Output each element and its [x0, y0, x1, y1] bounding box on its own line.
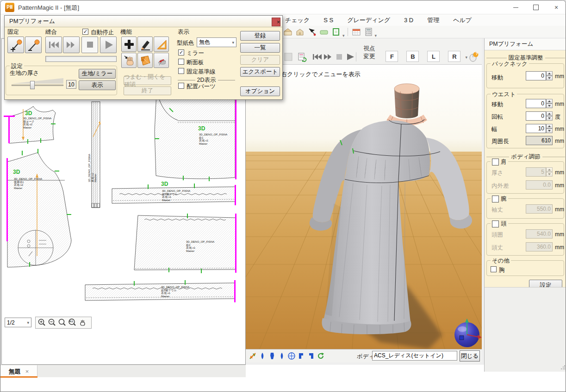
backneck-move-input[interactable]: 0 [526, 71, 546, 80]
memo-refresh-icon[interactable] [297, 51, 308, 62]
panel-left-icon[interactable] [258, 352, 267, 360]
add-tool-button[interactable] [121, 37, 137, 52]
waist-rotate-label: 回転 [491, 113, 503, 121]
pin-add-button[interactable] [7, 37, 24, 53]
body-name-input[interactable] [372, 351, 457, 361]
menu-grading[interactable]: グレーディング [346, 14, 391, 26]
view-front-button[interactable]: F [386, 51, 398, 62]
view-3d-viewport[interactable]: 右クリックでメニューを表示 [246, 65, 482, 349]
pinch-tool-button[interactable] [121, 53, 137, 68]
dialog-title-bar[interactable]: PMプリフォーム × [5, 16, 282, 27]
pan-hand-button[interactable] [77, 318, 87, 328]
shoulder-checkbox[interactable] [492, 159, 499, 165]
skip-back-button[interactable] [311, 51, 323, 62]
export-button[interactable]: エクスポート [240, 67, 280, 77]
pattern-color-select[interactable]: 無色 ▾ [197, 37, 236, 47]
fold-tool-button[interactable] [137, 53, 153, 68]
group-other: その他 胸 [486, 260, 564, 276]
sphere-mesh-icon[interactable] [287, 352, 296, 360]
menu-ss[interactable]: S S [323, 15, 334, 25]
preform-dialog[interactable]: PMプリフォーム × 固定 縫合 ✓ 自動停止 [4, 15, 283, 100]
tab-close-icon[interactable]: × [25, 368, 29, 375]
options-button[interactable]: オプション [240, 86, 280, 96]
menu-help[interactable]: ヘルプ [452, 14, 473, 26]
corner-left-icon[interactable] [297, 352, 305, 360]
backneck-move-spinner[interactable] [546, 71, 553, 80]
zoom-window-button[interactable] [57, 318, 67, 328]
dialog-close-button[interactable]: × [272, 18, 280, 26]
dialog-settings-group: 設定 生地の厚さ 10 生地/ミラー 表示 [6, 66, 117, 95]
waist-rotate-input[interactable]: 0 [526, 111, 546, 121]
home-alt-icon[interactable] [295, 27, 305, 37]
play-button[interactable] [345, 51, 356, 62]
piece-front1-label: 3D_DENO_OP_FISNA前1 表地 x1Master [199, 133, 227, 145]
pattern-color-label: 型紙色 [177, 39, 194, 47]
flag-pen-icon[interactable] [307, 27, 317, 37]
thickness-slider-track[interactable] [12, 85, 63, 86]
fixed-section-label: 固定 [7, 28, 19, 36]
panel-lower-area [485, 287, 566, 372]
sleeve-length-unit: mm [555, 206, 564, 213]
sew-skip-back-button[interactable] [45, 37, 62, 53]
close-button[interactable]: × [546, 0, 566, 14]
fabric-display-button[interactable]: 表示 [79, 80, 116, 90]
chest-checkbox[interactable] [491, 266, 497, 272]
sync-2d3d-icon[interactable] [249, 352, 257, 360]
sew-stop-button[interactable] [81, 37, 98, 53]
menu-kanri[interactable]: 管理 [426, 14, 440, 26]
sew-play-button[interactable] [100, 37, 117, 53]
waist-width-input[interactable]: 10 [526, 124, 546, 133]
waist-move-input[interactable]: 0 [526, 99, 546, 108]
waist-width-spinner[interactable] [546, 124, 553, 133]
zoom-out-button[interactable] [47, 318, 57, 328]
waist-rotate-spinner[interactable] [546, 111, 553, 121]
skip-forward-button[interactable] [323, 51, 334, 62]
register-button[interactable]: 登録 [240, 31, 280, 41]
sew-skip-forward-button[interactable] [63, 37, 80, 53]
fabric-mirror-button[interactable]: 生地/ミラー [79, 69, 116, 79]
menu-3d[interactable]: 3 D [403, 15, 414, 25]
view-right-button[interactable]: R [448, 51, 460, 62]
toolbar-dropdown-icon-2[interactable]: ▾ [375, 33, 377, 38]
fixed-ref-line-checkbox[interactable] [178, 68, 184, 74]
view-back-button[interactable]: B [406, 51, 419, 62]
piece-yoke-3d-tag: 3D [25, 110, 32, 116]
view-left-button[interactable]: L [427, 51, 440, 62]
mannequin-icon[interactable] [268, 352, 276, 360]
page-select[interactable]: 1/2 ▾ [5, 318, 31, 327]
home-icon[interactable] [283, 27, 293, 37]
maximize-button[interactable] [526, 0, 546, 14]
head-checkbox[interactable] [492, 220, 499, 227]
close-3d-button[interactable]: 閉じる [460, 350, 480, 361]
tab-untitled[interactable]: 無題 × [0, 365, 37, 378]
zoom-in-button[interactable] [37, 318, 47, 328]
waist-move-spinner[interactable] [546, 99, 553, 108]
section-plate-checkbox[interactable] [178, 59, 184, 65]
menu-check[interactable]: チェック [284, 14, 311, 26]
list-button[interactable]: 一覧 [240, 43, 280, 53]
shoulder-thickness-unit: mm [555, 169, 564, 176]
toolbar-dropdown-icon[interactable]: ▾ [342, 33, 345, 38]
refresh-icon[interactable] [317, 352, 325, 360]
minimize-button[interactable] [505, 0, 526, 14]
pin-curve-tool-button[interactable] [154, 53, 169, 68]
green-panel-icon[interactable] [319, 27, 329, 37]
placed-parts-checkbox[interactable] [178, 83, 184, 89]
panel-right-icon[interactable] [278, 352, 286, 360]
zoom-all-button[interactable]: ALL [67, 318, 77, 328]
stop-button[interactable] [334, 51, 345, 62]
resize-grip[interactable] [560, 365, 565, 370]
arm-checkbox[interactable] [492, 196, 499, 202]
pen-tool-button[interactable] [137, 37, 153, 52]
pin-single-button[interactable] [25, 37, 42, 53]
auto-stop-checkbox[interactable]: ✓ [82, 29, 88, 35]
mouse-help-icon[interactable]: ? [468, 51, 479, 62]
calendar-icon[interactable] [351, 27, 361, 37]
mirror-checkbox[interactable]: ✓ [178, 49, 184, 55]
calculator-icon[interactable] [363, 27, 373, 37]
ruler-tool-button[interactable] [154, 37, 169, 52]
view-more-dropdown-icon[interactable]: ▾ [465, 55, 467, 60]
corner-right-icon[interactable] [307, 352, 315, 360]
copy-page-icon[interactable] [331, 27, 341, 37]
thickness-slider-thumb[interactable] [30, 81, 35, 89]
